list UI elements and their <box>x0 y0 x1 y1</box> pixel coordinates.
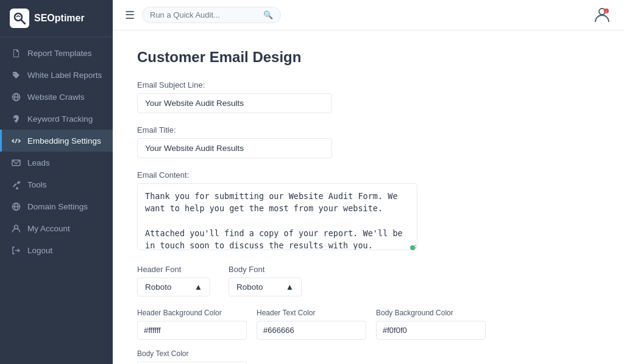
color-row: Header Background Color Header Text Colo… <box>137 309 600 364</box>
email-content-textarea[interactable]: Thank you for submitting our Website Aud… <box>137 183 417 250</box>
search-input[interactable] <box>150 10 260 19</box>
globe-icon <box>12 92 21 102</box>
email-content-group: Email Content: Thank you for submitting … <box>137 170 600 253</box>
topbar: ☰ 🔍 2 <box>113 0 624 30</box>
sidebar-logo: SEOptimer <box>0 0 113 37</box>
pin-icon <box>12 114 21 124</box>
header-bg-color-label: Header Background Color <box>137 309 247 317</box>
email-title-label: Email Title: <box>137 125 600 135</box>
file-icon <box>12 48 21 58</box>
sidebar-item-embedding-settings[interactable]: Embedding Settings <box>0 130 113 152</box>
main-area: ☰ 🔍 2 Customer Email Design Email Subjec… <box>113 0 624 364</box>
body-bg-color-label: Body Background Color <box>376 309 486 317</box>
email-subject-input[interactable] <box>137 93 332 113</box>
search-icon: 🔍 <box>263 10 273 19</box>
sidebar-item-my-account[interactable]: My Account <box>0 217 113 239</box>
body-bg-color-group: Body Background Color <box>376 309 486 340</box>
svg-text:2: 2 <box>606 10 608 13</box>
search-bar[interactable]: 🔍 <box>142 7 281 23</box>
globe2-icon <box>12 201 21 211</box>
sidebar-item-logout[interactable]: Logout <box>0 239 113 261</box>
topbar-left: ☰ 🔍 <box>125 7 281 23</box>
mail-icon <box>12 158 21 167</box>
body-text-color-label: Body Text Color <box>137 349 247 358</box>
user-icon <box>12 223 21 233</box>
user-avatar-button[interactable]: 2 <box>592 5 612 25</box>
email-subject-group: Email Subject Line: <box>137 80 600 113</box>
hamburger-menu[interactable]: ☰ <box>125 9 135 22</box>
sidebar-nav: Report Templates White Label Reports Web… <box>0 37 113 266</box>
body-font-group: Body Font Roboto ▲ <box>229 265 302 296</box>
tag-icon <box>12 70 21 80</box>
body-font-label: Body Font <box>229 265 302 274</box>
header-font-group: Header Font Roboto ▲ <box>137 265 210 296</box>
header-font-label: Header Font <box>137 265 210 274</box>
body-bg-color-input[interactable] <box>376 321 486 340</box>
logout-icon <box>12 245 21 255</box>
body-font-value: Roboto <box>236 282 263 292</box>
tools-icon <box>12 180 21 189</box>
sidebar-item-tools[interactable]: Tools <box>0 173 113 195</box>
body-text-color-group: Body Text Color <box>137 349 247 364</box>
body-font-select[interactable]: Roboto ▲ <box>229 278 302 296</box>
sidebar-item-white-label-reports[interactable]: White Label Reports <box>0 64 113 86</box>
textarea-wrapper: Thank you for submitting our Website Aud… <box>137 183 417 253</box>
logo-icon <box>10 9 29 28</box>
header-bg-color-group: Header Background Color <box>137 309 247 340</box>
app-name: SEOptimer <box>34 13 85 24</box>
header-text-color-input[interactable] <box>257 321 366 340</box>
header-font-chevron: ▲ <box>194 282 202 292</box>
body-text-color-input[interactable] <box>137 362 247 364</box>
header-bg-color-input[interactable] <box>137 321 247 340</box>
sidebar: SEOptimer Report Templates White Label R… <box>0 0 113 364</box>
email-content-label: Email Content: <box>137 170 600 180</box>
header-text-color-group: Header Text Color <box>257 309 366 340</box>
header-text-color-label: Header Text Color <box>257 309 366 317</box>
embed-icon <box>12 136 21 145</box>
email-title-input[interactable] <box>137 138 332 158</box>
header-font-select[interactable]: Roboto ▲ <box>137 278 210 296</box>
sidebar-item-domain-settings[interactable]: Domain Settings <box>0 195 113 217</box>
sidebar-item-website-crawls[interactable]: Website Crawls <box>0 86 113 108</box>
sidebar-item-leads[interactable]: Leads <box>0 152 113 173</box>
content-area: Customer Email Design Email Subject Line… <box>113 30 624 364</box>
sidebar-item-keyword-tracking[interactable]: Keyword Tracking <box>0 108 113 130</box>
email-title-group: Email Title: <box>137 125 600 158</box>
sidebar-item-report-templates[interactable]: Report Templates <box>0 42 113 64</box>
page-title: Customer Email Design <box>137 49 600 66</box>
font-row: Header Font Roboto ▲ Body Font Roboto ▲ <box>137 265 600 296</box>
svg-line-1 <box>21 20 26 24</box>
header-font-value: Roboto <box>145 282 172 292</box>
body-font-chevron: ▲ <box>286 282 294 292</box>
svg-line-5 <box>15 139 17 143</box>
email-subject-label: Email Subject Line: <box>137 80 600 89</box>
